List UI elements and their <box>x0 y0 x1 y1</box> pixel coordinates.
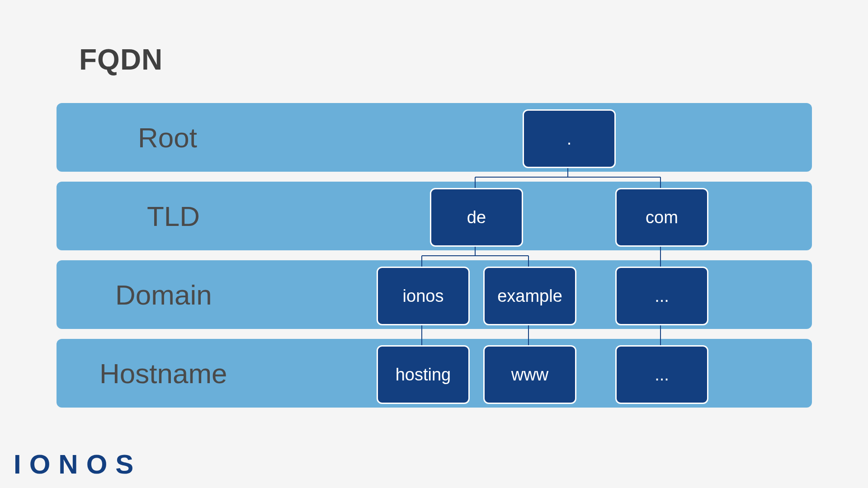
row-label-root: Root <box>138 122 197 154</box>
node-example: example <box>483 267 576 325</box>
ionos-logo: IONOS <box>14 449 142 480</box>
node-com-host: ... <box>615 345 708 404</box>
node-de: de <box>430 188 523 247</box>
diagram-title: FQDN <box>79 43 163 76</box>
row-label-hostname: Hostname <box>99 357 227 389</box>
node-com-domain: ... <box>615 267 708 325</box>
node-www: www <box>483 345 576 404</box>
row-label-domain: Domain <box>115 279 212 311</box>
node-com: com <box>615 188 708 247</box>
node-hosting: hosting <box>377 345 470 404</box>
row-root: Root <box>57 103 812 172</box>
node-root: . <box>523 109 616 168</box>
node-ionos: ionos <box>377 267 470 325</box>
row-label-tld: TLD <box>147 200 200 232</box>
